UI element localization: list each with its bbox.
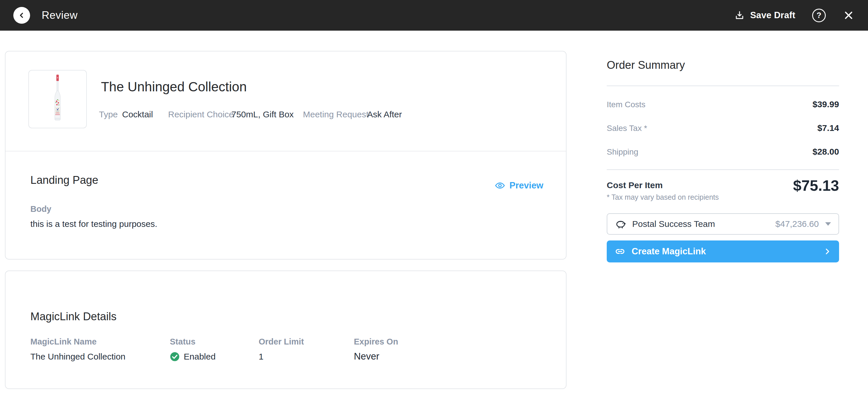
chevron-right-icon <box>823 247 832 256</box>
sales-tax-row: Sales Tax * $7.14 <box>607 123 839 133</box>
meeting-request-value: Ask After <box>367 109 402 120</box>
recipient-choice-label: Recipient Choice <box>168 109 234 120</box>
magiclink-details-title: MagicLink Details <box>30 310 117 323</box>
status-value: Enabled <box>170 352 216 362</box>
preview-label: Preview <box>509 180 544 191</box>
piggy-bank-icon <box>615 218 626 230</box>
budget-amount: $47,236.60 <box>775 219 819 229</box>
preview-button[interactable]: Preview <box>495 180 544 191</box>
product-review-card: The Unhinged Collection Type Cocktail Re… <box>5 51 566 260</box>
magiclink-name-label: MagicLink Name <box>30 337 97 346</box>
create-magiclink-label: Create MagicLink <box>631 246 706 257</box>
create-magiclink-button[interactable]: Create MagicLink <box>607 240 839 262</box>
item-costs-label: Item Costs <box>607 100 646 109</box>
budget-name: Postal Success Team <box>632 219 715 229</box>
cost-per-item-value: $75.13 <box>793 177 839 194</box>
item-costs-value: $39.99 <box>812 99 839 109</box>
question-mark-icon: ? <box>816 11 822 20</box>
link-icon <box>614 246 626 257</box>
page-title: Review <box>42 9 78 22</box>
bottle-image <box>48 73 67 125</box>
caret-down-icon <box>825 222 831 226</box>
shipping-value: $28.00 <box>812 147 839 157</box>
cost-per-item-label: Cost Per Item <box>607 180 662 190</box>
recipient-choice-value: 750mL, Gift Box <box>231 109 294 120</box>
save-draft-button[interactable]: Save Draft <box>734 10 795 21</box>
check-circle-icon <box>170 352 180 362</box>
topbar-actions: Save Draft ? <box>734 9 855 22</box>
budget-select[interactable]: Postal Success Team $47,236.60 <box>607 213 839 235</box>
expires-on-label: Expires On <box>354 337 398 346</box>
order-limit-value: 1 <box>259 352 264 362</box>
order-summary-divider-2 <box>607 169 839 170</box>
product-type-label: Type <box>99 109 118 120</box>
order-limit-label: Order Limit <box>259 337 304 346</box>
help-button[interactable]: ? <box>812 9 826 22</box>
eye-icon <box>495 180 505 191</box>
shipping-row: Shipping $28.00 <box>607 147 839 157</box>
close-button[interactable] <box>842 9 855 22</box>
order-summary-title: Order Summary <box>607 59 685 71</box>
landing-page-title: Landing Page <box>30 174 98 187</box>
order-summary-panel: Order Summary Item Costs $39.99 Sales Ta… <box>607 57 839 276</box>
item-costs-row: Item Costs $39.99 <box>607 99 839 109</box>
product-type-value: Cocktail <box>122 109 153 120</box>
shipping-label: Shipping <box>607 147 638 157</box>
back-button[interactable] <box>13 7 30 24</box>
save-draft-label: Save Draft <box>750 10 795 21</box>
order-summary-divider <box>607 86 839 86</box>
status-badge: Enabled <box>184 352 216 362</box>
product-title: The Unhinged Collection <box>101 79 247 95</box>
product-image <box>28 70 87 128</box>
sales-tax-value: $7.14 <box>817 123 839 133</box>
body-label: Body <box>30 204 52 214</box>
card-divider <box>5 151 566 152</box>
chevron-left-icon <box>18 11 26 19</box>
status-label: Status <box>170 337 195 346</box>
body-text: this is a test for testing purposes. <box>30 219 157 229</box>
magiclink-name-value: The Unhinged Collection <box>30 352 126 362</box>
magiclink-details-card: MagicLink Details MagicLink Name Status … <box>5 270 566 389</box>
tax-note: * Tax may vary based on recipients <box>607 193 719 201</box>
close-icon <box>842 9 855 22</box>
sales-tax-label: Sales Tax * <box>607 124 647 133</box>
top-bar: Review Save Draft ? <box>0 0 868 31</box>
meeting-request-label: Meeting Request <box>303 109 369 120</box>
download-icon <box>734 10 745 21</box>
expires-on-value: Never <box>354 351 379 362</box>
